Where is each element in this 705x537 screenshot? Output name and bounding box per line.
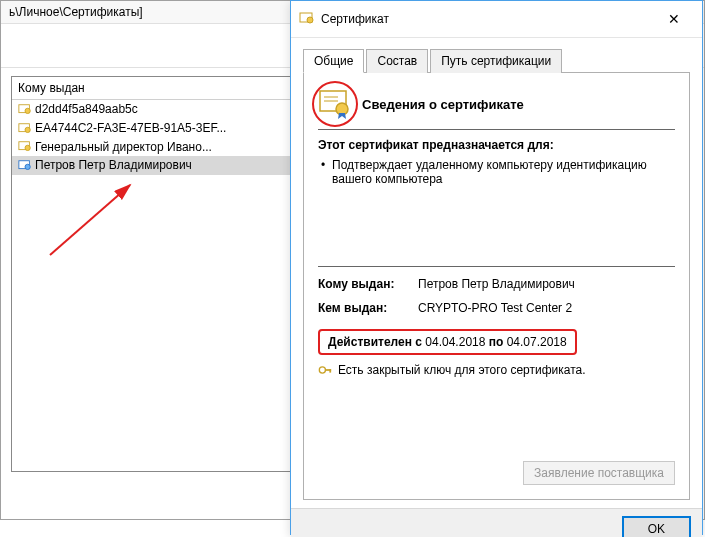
certificate-large-icon [318, 87, 352, 121]
certificate-icon [18, 159, 32, 173]
cell-issued-to: d2dd4f5a849aab5c [35, 102, 138, 116]
key-icon [318, 363, 332, 377]
validity-prefix: Действителен с [328, 335, 425, 349]
separator [318, 266, 675, 267]
svg-point-15 [319, 367, 325, 373]
dialog-title: Сертификат [321, 12, 654, 26]
tabs: Общие Состав Путь сертификации [303, 48, 690, 73]
dialog-titlebar[interactable]: Сертификат ✕ [291, 1, 702, 38]
ok-button[interactable]: OK [623, 517, 690, 538]
cell-issued-to: Генеральный директор Ивано... [35, 140, 212, 154]
certificate-dialog: Сертификат ✕ Общие Состав Путь сертифика… [290, 0, 703, 535]
svg-rect-17 [329, 369, 331, 373]
cert-info-heading: Сведения о сертификате [362, 97, 524, 112]
close-icon: ✕ [668, 11, 680, 27]
issued-to-label: Кому выдан: [318, 277, 418, 291]
certificate-icon [18, 103, 32, 117]
purpose-item: Подтверждает удаленному компьютеру идент… [318, 158, 675, 186]
separator [318, 129, 675, 130]
certificate-icon [299, 11, 315, 27]
validity-annotation-box: Действителен с 04.04.2018 по 04.07.2018 [318, 329, 577, 355]
issued-by-value: CRYPTO-PRO Test Center 2 [418, 301, 675, 315]
cell-issued-to: Петров Петр Владимирович [35, 158, 192, 172]
private-key-text: Есть закрытый ключ для этого сертификата… [338, 363, 586, 377]
tab-details[interactable]: Состав [366, 49, 428, 73]
issued-by-label: Кем выдан: [318, 301, 418, 315]
svg-point-7 [25, 165, 30, 170]
svg-point-5 [25, 146, 30, 151]
certificate-icon [18, 122, 32, 136]
cell-issued-to: EA4744C2-FA3E-47EB-91A5-3EF... [35, 121, 226, 135]
purpose-title: Этот сертификат предназначается для: [318, 138, 675, 152]
tab-general[interactable]: Общие [303, 49, 364, 73]
dialog-footer: OK [291, 508, 702, 537]
svg-point-10 [307, 17, 313, 23]
close-button[interactable]: ✕ [654, 7, 694, 31]
tab-content-general: Сведения о сертификате Этот сертификат п… [303, 73, 690, 500]
svg-point-1 [25, 108, 30, 113]
tab-cert-path[interactable]: Путь сертификации [430, 49, 562, 73]
certificate-icon [18, 140, 32, 154]
validity-mid: по [485, 335, 506, 349]
valid-from: 04.04.2018 [425, 335, 485, 349]
supplier-statement-button: Заявление поставщика [523, 461, 675, 485]
valid-to: 04.07.2018 [507, 335, 567, 349]
svg-point-3 [25, 127, 30, 132]
issued-to-value: Петров Петр Владимирович [418, 277, 675, 291]
